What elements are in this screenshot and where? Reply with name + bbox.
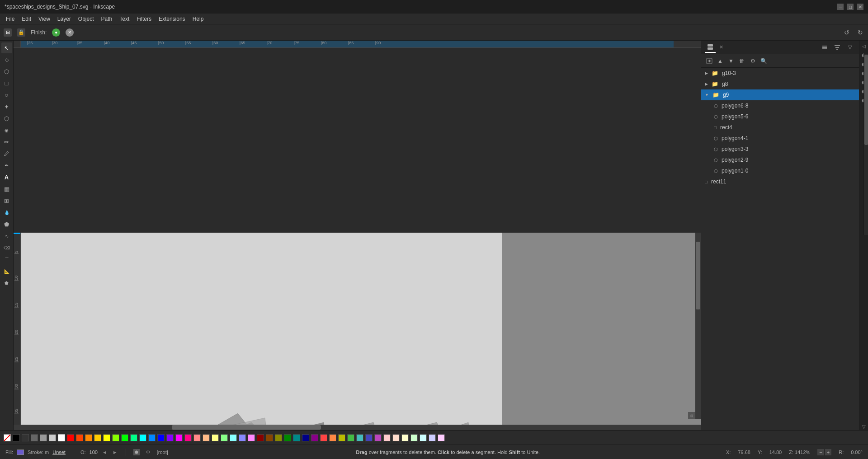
layer-item-polygon4-1[interactable]: ⬡ polygon4-1 bbox=[701, 133, 859, 144]
color-swatch-dark-yellow[interactable] bbox=[275, 434, 282, 441]
lock-icon[interactable]: 🔒 bbox=[17, 28, 25, 37]
color-swatch-white[interactable] bbox=[58, 434, 65, 441]
color-swatch-very-pastel-red[interactable] bbox=[383, 434, 391, 441]
color-swatch-pastel-yellow[interactable] bbox=[212, 434, 219, 441]
color-swatch-pastel-magenta[interactable] bbox=[248, 434, 255, 441]
eyedropper-tool[interactable]: 💧 bbox=[1, 207, 12, 218]
maximize-button[interactable]: □ bbox=[847, 4, 854, 10]
circle-tool[interactable]: ○ bbox=[1, 89, 12, 100]
color-swatch-dark-red[interactable] bbox=[257, 434, 264, 441]
zoom-in-button[interactable]: + bbox=[825, 449, 831, 455]
color-swatch-blue-cyan[interactable] bbox=[148, 434, 156, 441]
tab-close-icon[interactable]: ✕ bbox=[719, 44, 723, 50]
layer-delete-button[interactable]: 🗑 bbox=[737, 56, 746, 66]
color-swatch-mid-gray[interactable] bbox=[40, 434, 47, 441]
panel-collapse-icon[interactable]: ▽ bbox=[844, 42, 855, 53]
color-swatch-medium-green[interactable] bbox=[347, 434, 354, 441]
color-swatch-blue[interactable] bbox=[157, 434, 165, 441]
opacity-increase[interactable]: ► bbox=[113, 450, 118, 455]
gradient-tool[interactable]: ▦ bbox=[1, 183, 12, 194]
color-swatch-orange[interactable] bbox=[85, 434, 92, 441]
3dbox-tool[interactable]: ⬡ bbox=[1, 113, 12, 124]
color-swatch-pastel-green[interactable] bbox=[221, 434, 228, 441]
color-swatch-light-red[interactable] bbox=[320, 434, 327, 441]
color-swatch-very-pastel-orange[interactable] bbox=[392, 434, 400, 441]
no-color-swatch[interactable] bbox=[4, 434, 11, 441]
finish-cancel-button[interactable]: ✕ bbox=[66, 28, 74, 37]
measure-tool[interactable]: 📐 bbox=[1, 266, 12, 276]
menu-extensions[interactable]: Extensions bbox=[155, 15, 189, 23]
menu-filters[interactable]: Filters bbox=[133, 15, 155, 23]
layer-item-rect11[interactable]: □ rect11 bbox=[701, 176, 859, 187]
menu-path[interactable]: Path bbox=[98, 15, 116, 23]
layer-item-g9[interactable]: ▼ 📁 g9 bbox=[701, 89, 859, 100]
layer-item-polygon1-0[interactable]: ⬡ polygon1-0 bbox=[701, 165, 859, 176]
undo-history-icon[interactable]: ↺ bbox=[843, 28, 851, 37]
text-tool[interactable]: A bbox=[1, 172, 12, 183]
color-swatch-yellow-orange[interactable] bbox=[94, 434, 101, 441]
color-swatch-cyan[interactable] bbox=[139, 434, 146, 441]
connector-tool[interactable]: ⌒ bbox=[1, 254, 12, 265]
paint-bucket-tool[interactable]: ⬟ bbox=[1, 219, 12, 230]
main-canvas[interactable]: ⊞ bbox=[21, 233, 701, 425]
panel-view-icon[interactable] bbox=[819, 42, 830, 53]
layer-item-polygon3-3[interactable]: ⬡ polygon3-3 bbox=[701, 144, 859, 155]
color-swatch-orange-red[interactable] bbox=[76, 434, 83, 441]
layer-item-g10-3[interactable]: ▶ 📁 g10-3 bbox=[701, 68, 859, 79]
settings-icon-status[interactable]: ⚙ bbox=[145, 449, 151, 455]
snap-icon[interactable]: ⊞ bbox=[4, 28, 12, 37]
color-swatch-green[interactable] bbox=[121, 434, 128, 441]
menu-text[interactable]: Text bbox=[116, 15, 133, 23]
redo-history-icon[interactable]: ↻ bbox=[856, 28, 864, 37]
finish-ok-button[interactable]: ● bbox=[52, 28, 60, 37]
rectangle-tool[interactable]: □ bbox=[1, 78, 12, 89]
edge-btn-1[interactable]: ◁ bbox=[860, 42, 868, 50]
color-swatch-pastel-cyan[interactable] bbox=[230, 434, 237, 441]
color-swatch-medium-purple[interactable] bbox=[374, 434, 382, 441]
edge-btn-bottom[interactable]: ▽ bbox=[860, 423, 868, 430]
color-swatch-dark-gray[interactable] bbox=[22, 434, 29, 441]
panel-scrollbar[interactable] bbox=[863, 54, 868, 235]
color-swatch-pastel-blue[interactable] bbox=[239, 434, 246, 441]
scrollbar-horizontal-thumb[interactable] bbox=[172, 425, 321, 430]
color-swatch-pastel-orange[interactable] bbox=[203, 434, 210, 441]
color-swatch-medium-blue[interactable] bbox=[365, 434, 373, 441]
color-swatch-green-cyan[interactable] bbox=[130, 434, 137, 441]
menu-layer[interactable]: Layer bbox=[54, 15, 75, 23]
layer-item-g8[interactable]: ▶ 📁 g8 bbox=[701, 79, 859, 89]
menu-file[interactable]: File bbox=[2, 15, 18, 23]
color-swatch-yellow-green[interactable] bbox=[112, 434, 119, 441]
canvas-scrollbar-vertical[interactable] bbox=[695, 233, 701, 419]
color-swatch-gray[interactable] bbox=[31, 434, 38, 441]
color-swatch-pastel-red[interactable] bbox=[193, 434, 201, 441]
pages-tool[interactable]: ⬟ bbox=[1, 277, 12, 288]
color-swatch-very-pastel-blue[interactable] bbox=[429, 434, 436, 441]
zoom-out-button[interactable]: − bbox=[817, 449, 824, 455]
color-swatch-very-pastel-yellow[interactable] bbox=[401, 434, 409, 441]
color-swatch-dark-green[interactable] bbox=[284, 434, 291, 441]
layer-item-polygon5-6[interactable]: ⬡ polygon5-6 bbox=[701, 111, 859, 122]
color-swatch-very-pastel-green[interactable] bbox=[410, 434, 418, 441]
color-swatch-red[interactable] bbox=[67, 434, 74, 441]
layer-search-button[interactable]: 🔍 bbox=[759, 56, 768, 66]
layer-add-button[interactable] bbox=[705, 56, 714, 66]
pencil-tool[interactable]: ✏ bbox=[1, 136, 12, 147]
star-tool[interactable]: ✦ bbox=[1, 101, 12, 112]
color-swatch-light-gray[interactable] bbox=[49, 434, 56, 441]
color-swatch-black[interactable] bbox=[13, 434, 20, 441]
color-swatch-light-orange[interactable] bbox=[329, 434, 336, 441]
minimize-button[interactable]: ─ bbox=[837, 4, 844, 10]
node-editor-tool[interactable]: ◇ bbox=[1, 54, 12, 65]
tab-layers[interactable] bbox=[705, 42, 716, 53]
spray-tool[interactable]: ∿ bbox=[1, 230, 12, 241]
eraser-tool[interactable]: ⌫ bbox=[1, 242, 12, 253]
close-button[interactable]: ✕ bbox=[857, 4, 863, 10]
menu-help[interactable]: Help bbox=[189, 15, 208, 23]
menu-edit[interactable]: Edit bbox=[18, 15, 35, 23]
canvas-scrollbar-horizontal[interactable] bbox=[14, 425, 701, 430]
calligraphy-tool[interactable]: ✒ bbox=[1, 160, 12, 171]
layer-item-polygon2-9[interactable]: ⬡ polygon2-9 bbox=[701, 155, 859, 165]
color-swatch-medium-cyan[interactable] bbox=[356, 434, 363, 441]
color-swatch-magenta[interactable] bbox=[175, 434, 183, 441]
pen-tool[interactable]: 🖊 bbox=[1, 148, 12, 159]
